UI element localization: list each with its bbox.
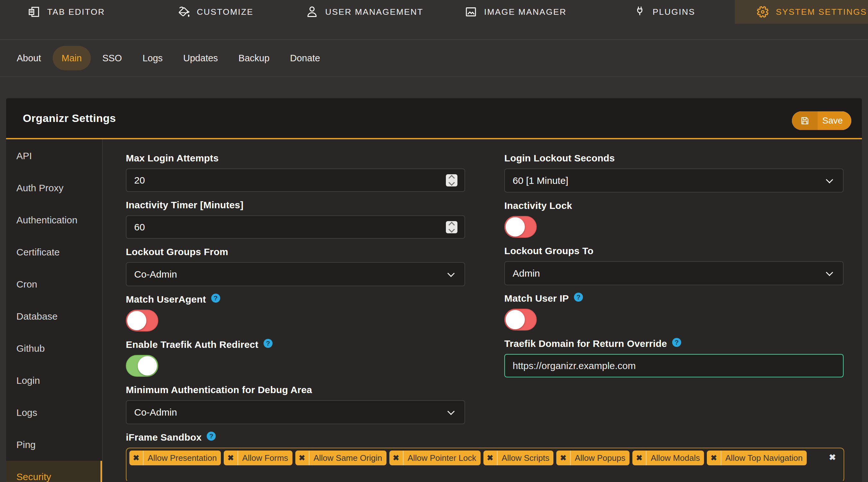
nav-item-label: CUSTOMIZE	[197, 7, 254, 17]
chip-remove-icon[interactable]: ✖	[129, 453, 143, 462]
chip-remove-icon[interactable]: ✖	[390, 453, 403, 462]
help-icon[interactable]: ?	[264, 339, 273, 348]
nav-item-user-management[interactable]: USER MANAGEMENT	[305, 0, 424, 24]
number-stepper[interactable]	[446, 174, 458, 187]
sidebar-item-database[interactable]: Database	[6, 300, 102, 332]
iframe-sandbox-multiselect[interactable]: ✖Allow Presentation ✖Allow Forms ✖Allow …	[126, 448, 844, 481]
inactivity-timer-input[interactable]	[126, 215, 465, 239]
sidebar-item-certificate[interactable]: Certificate	[6, 236, 102, 268]
page-title: Organizr Settings	[23, 112, 116, 125]
field-max-login-attempts: Max Login Attempts	[126, 151, 465, 192]
max-login-attempts-input[interactable]	[126, 168, 465, 192]
nav-item-customize[interactable]: CUSTOMIZE	[177, 0, 254, 24]
tab-donate[interactable]: Donate	[281, 46, 329, 70]
enable-traefik-auth-redirect-toggle[interactable]	[126, 355, 158, 377]
lockout-groups-to-select[interactable]: Admin	[504, 261, 844, 285]
tab-logs[interactable]: Logs	[133, 46, 172, 70]
field-label: Login Lockout Seconds	[504, 151, 844, 165]
sidebar-item-auth-proxy[interactable]: Auth Proxy	[6, 172, 102, 204]
lockout-groups-from-select[interactable]: Co-Admin	[126, 262, 465, 286]
form-column-right: Login Lockout Seconds 60 [1 Minute] Inac…	[504, 151, 844, 430]
field-label: iFrame Sandbox?	[126, 430, 844, 445]
nav-item-label: SYSTEM SETTINGS	[776, 7, 867, 17]
settings-tabs: About Main SSO Logs Updates Backup Donat…	[0, 40, 868, 77]
sandbox-chip: ✖Allow Pointer Lock	[390, 451, 480, 465]
number-stepper[interactable]	[446, 221, 458, 233]
traefik-domain-input[interactable]	[504, 354, 844, 377]
inactivity-lock-toggle[interactable]	[504, 216, 537, 238]
login-lockout-seconds-select[interactable]: 60 [1 Minute]	[504, 168, 844, 193]
nav-item-image-manager[interactable]: IMAGE MANAGER	[464, 0, 566, 24]
toggle-knob	[138, 356, 157, 376]
help-icon[interactable]: ?	[672, 338, 681, 347]
help-icon[interactable]: ?	[207, 431, 216, 441]
customize-icon	[177, 5, 190, 19]
settings-sidebar: API Auth Proxy Authentication Certificat…	[6, 139, 103, 481]
field-label: Lockout Groups From	[126, 245, 465, 259]
minimum-authentication-debug-select[interactable]: Co-Admin	[126, 400, 465, 424]
chip-remove-icon[interactable]: ✖	[556, 453, 570, 462]
clear-all-chips-icon[interactable]: ✖	[829, 452, 836, 462]
field-inactivity-timer: Inactivity Timer [Minutes]	[126, 198, 465, 239]
toggle-knob	[505, 310, 525, 329]
field-iframe-sandbox: iFrame Sandbox? ✖Allow Presentation ✖All…	[126, 430, 844, 481]
tab-sso[interactable]: SSO	[93, 46, 131, 70]
nav-item-label: IMAGE MANAGER	[484, 7, 566, 17]
help-icon[interactable]: ?	[574, 293, 583, 302]
tab-about[interactable]: About	[8, 46, 50, 70]
top-navbar: TAB EDITOR CUSTOMIZE USER MANAGEMENT IMA…	[0, 0, 868, 40]
sidebar-item-api[interactable]: API	[6, 140, 102, 172]
chip-remove-icon[interactable]: ✖	[224, 453, 237, 462]
nav-item-plugins[interactable]: PLUGINS	[633, 0, 695, 24]
nav-item-tab-editor[interactable]: TAB EDITOR	[27, 0, 105, 24]
field-label: Match UserAgent?	[126, 292, 465, 307]
field-match-useragent: Match UserAgent?	[126, 292, 465, 331]
image-manager-icon	[464, 5, 478, 18]
field-login-lockout-seconds: Login Lockout Seconds 60 [1 Minute]	[504, 151, 844, 193]
sidebar-item-security[interactable]: Security	[6, 461, 102, 482]
chip-remove-icon[interactable]: ✖	[295, 453, 309, 462]
field-label: Max Login Attempts	[126, 151, 465, 165]
field-traefik-domain: Traefik Domain for Return Override?	[504, 336, 844, 377]
field-label: Minimum Authentication for Debug Area	[126, 383, 465, 397]
plugins-icon	[633, 5, 646, 19]
sandbox-chip: ✖Allow Modals	[632, 451, 704, 465]
sidebar-item-logs[interactable]: Logs	[6, 397, 102, 429]
field-label: Match User IP?	[504, 291, 844, 306]
field-match-user-ip: Match User IP?	[504, 291, 844, 330]
save-button[interactable]: Save	[792, 111, 851, 130]
chip-remove-icon[interactable]: ✖	[484, 453, 497, 462]
field-label: Traefik Domain for Return Override?	[504, 336, 844, 351]
sandbox-chip: ✖Allow Presentation	[129, 451, 221, 465]
user-management-icon	[305, 5, 319, 19]
sidebar-item-github[interactable]: Github	[6, 332, 102, 364]
sandbox-chip: ✖Allow Same Origin	[295, 451, 386, 465]
field-label: Lockout Groups To	[504, 244, 844, 258]
sidebar-item-ping[interactable]: Ping	[6, 429, 102, 461]
tab-updates[interactable]: Updates	[174, 46, 227, 70]
match-user-ip-toggle[interactable]	[504, 309, 537, 330]
panel-header: Organizr Settings Save	[6, 98, 862, 139]
tab-backup[interactable]: Backup	[229, 46, 279, 70]
nav-item-label: TAB EDITOR	[47, 7, 105, 17]
nav-item-label: USER MANAGEMENT	[325, 7, 424, 17]
match-useragent-toggle[interactable]	[126, 310, 158, 331]
nav-item-system-settings[interactable]: SYSTEM SETTINGS	[735, 0, 868, 24]
form-column-left: Max Login Attempts Inactivity Timer [Min…	[126, 151, 465, 430]
help-icon[interactable]: ?	[211, 294, 220, 302]
field-minimum-authentication-debug: Minimum Authentication for Debug Area Co…	[126, 383, 465, 424]
tab-main[interactable]: Main	[53, 46, 91, 70]
field-inactivity-lock: Inactivity Lock	[504, 199, 844, 238]
chip-remove-icon[interactable]: ✖	[632, 453, 646, 462]
toggle-knob	[127, 311, 146, 330]
field-lockout-groups-to: Lockout Groups To Admin	[504, 244, 844, 285]
sidebar-item-cron[interactable]: Cron	[6, 268, 102, 300]
sandbox-chip: ✖Allow Popups	[556, 451, 629, 465]
sidebar-item-login[interactable]: Login	[6, 364, 102, 397]
settings-panel: Organizr Settings Save API Auth Proxy Au…	[6, 98, 862, 482]
field-label: Inactivity Lock	[504, 199, 844, 213]
sidebar-item-authentication[interactable]: Authentication	[6, 204, 102, 236]
sandbox-chip: ✖Allow Forms	[224, 451, 292, 465]
sandbox-chip: ✖Allow Top Navigation	[707, 451, 807, 465]
chip-remove-icon[interactable]: ✖	[707, 453, 720, 462]
